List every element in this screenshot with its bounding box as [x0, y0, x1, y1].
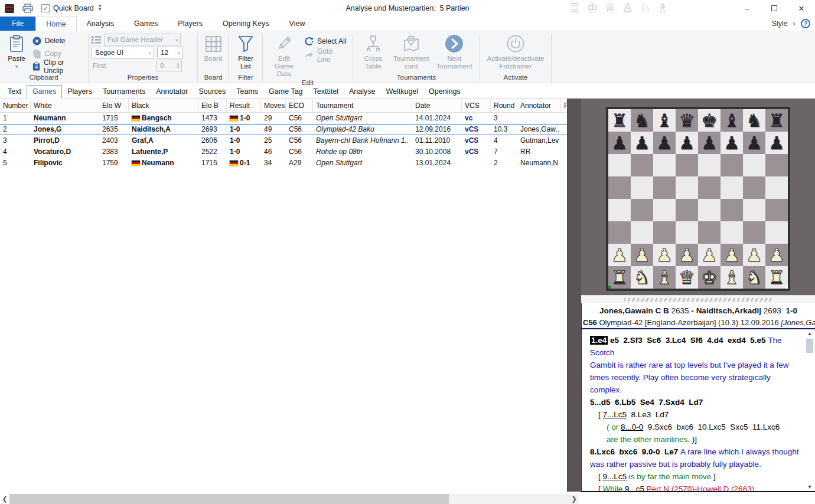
board-square[interactable]: [743, 199, 765, 221]
table-row[interactable]: 3Pirrot,D2403Graf,A26061-025C56Bayern-ch…: [0, 135, 567, 146]
first-spinner[interactable]: 0 ∧∨: [156, 60, 182, 71]
black-pawn-piece[interactable]: ♟: [746, 132, 762, 154]
board-square[interactable]: [698, 199, 721, 221]
black-king-piece[interactable]: ♚: [701, 109, 718, 132]
board-square[interactable]: ♟: [608, 244, 631, 266]
board-square[interactable]: ♝: [653, 109, 676, 132]
white-bishop-piece[interactable]: ♝: [723, 266, 740, 289]
black-pawn-piece[interactable]: ♟: [679, 132, 695, 154]
style-dropdown[interactable]: Style: [772, 19, 788, 28]
black-knight-piece[interactable]: ♞: [746, 109, 762, 132]
scrollbar-thumb[interactable]: [806, 339, 813, 353]
board-square[interactable]: ♟: [698, 244, 721, 266]
annotation-text[interactable]: was rather passive but is probably fully…: [590, 460, 761, 469]
board-square[interactable]: ♝: [721, 109, 743, 132]
board-square[interactable]: ♚: [698, 109, 721, 132]
board-square[interactable]: [631, 221, 653, 244]
column-header-p[interactable]: P: [561, 99, 567, 113]
column-header-vcs[interactable]: VCS: [462, 99, 491, 113]
black-pawn-piece[interactable]: ♟: [723, 132, 740, 154]
column-header-result[interactable]: Result: [227, 99, 261, 113]
variation-move[interactable]: [: [598, 472, 603, 481]
column-header-elo_b[interactable]: Elo B: [198, 99, 227, 113]
board-square[interactable]: ♟: [631, 132, 653, 154]
board-square[interactable]: ♜: [765, 109, 788, 132]
black-pawn-piece[interactable]: ♟: [634, 132, 650, 154]
board-square[interactable]: ♟: [721, 244, 743, 266]
notation-scrollbar[interactable]: ▲ ▼: [804, 329, 815, 491]
board-square[interactable]: [743, 154, 765, 176]
black-queen-piece[interactable]: ♛: [679, 109, 695, 132]
white-pawn-piece[interactable]: ♟: [656, 244, 673, 266]
board-square[interactable]: ♟: [608, 132, 631, 154]
board-square[interactable]: ♟: [765, 244, 788, 266]
board-square[interactable]: [721, 199, 743, 221]
view-tab-sources[interactable]: Sources: [193, 86, 231, 98]
board-square[interactable]: [698, 176, 721, 199]
move-text[interactable]: 5...d5 6.Lb5 Se4 7.Sxd4 Ld7: [590, 398, 703, 407]
board-square[interactable]: ♟: [676, 132, 698, 154]
board-square[interactable]: ♞: [631, 109, 653, 132]
view-tab-teams[interactable]: Teams: [231, 86, 263, 98]
black-bishop-piece[interactable]: ♝: [656, 109, 673, 132]
black-bishop-piece[interactable]: ♝: [723, 109, 740, 132]
next-tournament-button[interactable]: Next Tournament: [432, 32, 477, 71]
font-name-combo[interactable]: Segoe UI∨: [92, 47, 154, 58]
edit-game-data-button[interactable]: Edit Game Data: [266, 32, 302, 79]
board-square[interactable]: [698, 154, 721, 176]
board-square[interactable]: ♟: [653, 132, 676, 154]
board-square[interactable]: [765, 221, 788, 244]
board-square[interactable]: ♟: [721, 132, 743, 154]
board-square[interactable]: [653, 199, 676, 221]
cross-table-button[interactable]: Cross Table: [356, 32, 390, 71]
board-square[interactable]: [653, 176, 676, 199]
board-square[interactable]: [653, 154, 676, 176]
scroll-right-icon[interactable]: ❯: [569, 494, 579, 504]
board-square[interactable]: ♟: [653, 244, 676, 266]
select-all-button[interactable]: Select All: [302, 35, 350, 48]
board-square[interactable]: ♟: [631, 244, 653, 266]
white-rook-piece[interactable]: ♜: [768, 266, 785, 289]
board-square[interactable]: ♟: [676, 244, 698, 266]
column-header-number[interactable]: Number: [0, 99, 31, 113]
games-horizontal-scrollbar[interactable]: ❮ ❯: [0, 494, 579, 504]
board-square[interactable]: ♛: [676, 266, 698, 289]
board-square[interactable]: [698, 221, 721, 244]
column-header-white[interactable]: White: [31, 99, 99, 113]
variation-move[interactable]: ]: [713, 472, 716, 481]
variation-move[interactable]: 8.Le3 Ld7: [627, 410, 669, 419]
board-square[interactable]: [676, 221, 698, 244]
table-row[interactable]: 4Vocaturo,D2383Lafuente,P25221-046C56Roh…: [0, 146, 567, 158]
view-tab-players[interactable]: Players: [62, 86, 97, 98]
white-pawn-piece[interactable]: ♟: [701, 244, 718, 266]
maximize-button[interactable]: [761, 0, 788, 17]
board-square[interactable]: [653, 221, 676, 244]
paste-button[interactable]: Paste ∨: [2, 32, 31, 71]
scrollbar-thumb[interactable]: [9, 494, 449, 504]
variation-comment[interactable]: is by far the main move: [627, 472, 713, 481]
board-square[interactable]: [676, 154, 698, 176]
white-knight-piece[interactable]: ♞: [746, 266, 762, 289]
fritztrainer-button[interactable]: Activate/deactivate Fritztrainer: [483, 32, 548, 71]
board-square[interactable]: ♟: [743, 132, 765, 154]
board-square[interactable]: ♟: [765, 132, 788, 154]
white-queen-piece[interactable]: ♛: [679, 266, 695, 289]
black-pawn-piece[interactable]: ♟: [656, 132, 673, 154]
black-pawn-piece[interactable]: ♟: [611, 132, 628, 154]
white-pawn-piece[interactable]: ♟: [679, 244, 695, 266]
view-tab-weltkugel[interactable]: Weltkugel: [380, 86, 423, 98]
table-row[interactable]: 2Jones,G2635Naiditsch,A26931-049C56Olymp…: [0, 124, 567, 135]
filter-list-button[interactable]: Filter List: [232, 32, 259, 71]
white-pawn-piece[interactable]: ♟: [768, 244, 785, 266]
ribbon-tab-analysis[interactable]: Analysis: [77, 17, 125, 31]
board-square[interactable]: [608, 176, 631, 199]
current-move[interactable]: 1.e4: [590, 336, 608, 345]
board-square[interactable]: [608, 221, 631, 244]
white-pawn-piece[interactable]: ♟: [746, 244, 762, 266]
board-square[interactable]: [743, 221, 765, 244]
ribbon-tab-games[interactable]: Games: [124, 17, 168, 31]
board-square[interactable]: [676, 199, 698, 221]
clip-or-unclip-button[interactable]: Clip or Unclip: [31, 60, 85, 73]
move-text[interactable]: 8.Lxc6 bxc6 9.0-0 Le7: [590, 447, 680, 456]
black-knight-piece[interactable]: ♞: [634, 109, 650, 132]
